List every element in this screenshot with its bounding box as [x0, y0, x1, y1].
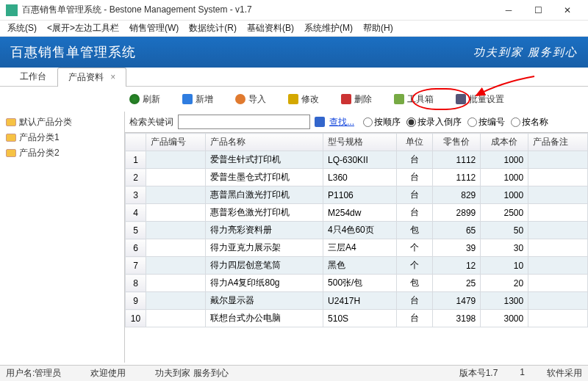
batch-button[interactable]: 批量设置 — [451, 91, 509, 108]
radio-by-name[interactable]: 按名称 — [511, 116, 548, 128]
batch-icon — [456, 94, 466, 104]
edit-button[interactable]: 修改 — [284, 91, 323, 108]
close-button[interactable]: ✕ — [553, 1, 582, 19]
menu-system[interactable]: 系统(S) — [3, 21, 41, 36]
cell-rownum: 2 — [126, 169, 146, 186]
category-tree: 默认产品分类 产品分类1 产品分类2 — [0, 112, 125, 363]
table-row[interactable]: 10联想台式办公电脑510S台31983000 — [126, 310, 588, 327]
col-name[interactable]: 产品名称 — [205, 134, 323, 151]
table-row[interactable]: 5得力亮彩资料册4只4色60页包6550 — [126, 222, 588, 239]
toolbar: 刷新 新增 导入 修改 删除 工具箱 批量设置 — [0, 87, 588, 112]
cell-cost: 2500 — [481, 204, 528, 222]
status-count-label: 软件采用 — [547, 367, 582, 380]
add-button[interactable]: 新增 — [178, 91, 218, 108]
import-button[interactable]: 导入 — [231, 91, 270, 108]
cell-remark — [528, 186, 588, 204]
delete-button[interactable]: 删除 — [337, 91, 376, 108]
toolbox-icon — [394, 94, 404, 104]
cell-unit: 包 — [397, 275, 433, 292]
cell-name: 得力亮彩资料册 — [205, 222, 323, 239]
cell-unit: 台 — [397, 204, 433, 222]
find-link[interactable]: 查找... — [329, 116, 354, 128]
cell-remark — [528, 292, 588, 310]
cell-spec: 黑色 — [323, 257, 397, 275]
table-row[interactable]: 8得力A4复印纸80g500张/包包2520 — [126, 275, 588, 292]
cell-code — [146, 222, 206, 239]
tree-item-cat2[interactable]: 产品分类2 — [3, 145, 121, 161]
col-rownum[interactable] — [126, 134, 146, 151]
table-row[interactable]: 2爱普生墨仓式打印机L360台11121000 — [126, 169, 588, 186]
cell-price: 1112 — [433, 151, 481, 169]
col-code[interactable]: 产品编号 — [146, 134, 206, 151]
app-banner: 百惠销售单管理系统 功夫到家 服务到心 — [0, 37, 588, 68]
product-table-wrap[interactable]: 产品编号 产品名称 型号规格 单位 零售价 成本价 产品备注 1爱普生针式打印机… — [125, 132, 588, 363]
cell-cost: 50 — [481, 222, 528, 239]
cell-code — [146, 204, 206, 222]
tree-item-default[interactable]: 默认产品分类 — [3, 115, 121, 130]
table-row[interactable]: 9戴尔显示器U2417H台14791300 — [126, 292, 588, 310]
tree-item-cat1[interactable]: 产品分类1 — [3, 130, 121, 145]
cell-remark — [528, 275, 588, 292]
cell-code — [146, 310, 206, 327]
menu-basedata[interactable]: 基础资料(B) — [243, 21, 298, 36]
plus-icon — [182, 94, 193, 104]
minimize-button[interactable]: ─ — [494, 1, 523, 19]
radio-entry-desc[interactable]: 按录入倒序 — [406, 116, 462, 128]
cell-remark — [528, 169, 588, 186]
cell-unit: 个 — [397, 239, 433, 257]
menu-expand-left[interactable]: <展开>左边工具栏 — [43, 21, 123, 36]
cell-cost: 20 — [481, 275, 528, 292]
cell-cost: 30 — [481, 239, 528, 257]
col-price[interactable]: 零售价 — [433, 134, 481, 151]
search-icon — [315, 117, 325, 127]
table-row[interactable]: 1爱普生针式打印机LQ-630KII台11121000 — [126, 151, 588, 169]
col-remark[interactable]: 产品备注 — [528, 134, 588, 151]
cell-price: 39 — [433, 239, 481, 257]
cell-name: 戴尔显示器 — [205, 292, 323, 310]
cell-price: 1479 — [433, 292, 481, 310]
table-row[interactable]: 3惠普黑白激光打印机P1106台8291000 — [126, 186, 588, 204]
cell-price: 2899 — [433, 204, 481, 222]
maximize-button[interactable]: ☐ — [523, 1, 553, 19]
col-cost[interactable]: 成本价 — [481, 134, 528, 151]
table-row[interactable]: 7得力四层创意笔筒黑色个1210 — [126, 257, 588, 275]
cell-spec: LQ-630KII — [323, 151, 397, 169]
cell-rownum: 6 — [126, 239, 146, 257]
table-row[interactable]: 6得力亚克力展示架三层A4个3930 — [126, 239, 588, 257]
tools-button[interactable]: 工具箱 — [390, 91, 438, 108]
menu-help[interactable]: 帮助(H) — [359, 21, 398, 36]
cell-spec: P1106 — [323, 186, 397, 204]
tab-close-icon[interactable]: × — [110, 72, 115, 82]
col-spec[interactable]: 型号规格 — [323, 134, 397, 151]
radio-by-code[interactable]: 按编号 — [467, 116, 505, 128]
cell-name: 爱普生针式打印机 — [205, 151, 323, 169]
delete-icon — [341, 94, 351, 104]
refresh-icon — [129, 94, 140, 104]
table-header-row: 产品编号 产品名称 型号规格 单位 零售价 成本价 产品备注 — [126, 134, 588, 151]
search-label: 检索关键词 — [129, 116, 173, 128]
cell-cost: 10 — [481, 257, 528, 275]
cell-spec: 三层A4 — [323, 239, 397, 257]
tab-label: 产品资料 — [68, 72, 104, 82]
menu-maintain[interactable]: 系统维护(M) — [300, 21, 357, 36]
menu-sales[interactable]: 销售管理(W) — [125, 21, 183, 36]
tab-label: 工作台 — [20, 71, 46, 81]
cell-code — [146, 257, 206, 275]
cell-remark — [528, 151, 588, 169]
cell-unit: 包 — [397, 222, 433, 239]
cell-rownum: 3 — [126, 186, 146, 204]
tab-product-data[interactable]: 产品资料 × — [57, 68, 126, 87]
col-unit[interactable]: 单位 — [397, 134, 433, 151]
cell-unit: 台 — [397, 292, 433, 310]
tab-workbench[interactable]: 工作台 — [9, 67, 57, 86]
status-bar: 用户名:管理员 欢迎使用 功夫到家 服务到心 版本号1.7 1 软件采用 — [0, 365, 588, 381]
radio-asc[interactable]: 按顺序 — [363, 116, 401, 128]
status-version: 版本号1.7 — [459, 367, 498, 380]
search-input[interactable] — [178, 115, 310, 129]
cell-remark — [528, 310, 588, 327]
table-row[interactable]: 4惠普彩色激光打印机M254dw台28992500 — [126, 204, 588, 222]
menu-stats[interactable]: 数据统计(R) — [184, 21, 241, 36]
cell-cost: 1000 — [481, 151, 528, 169]
refresh-button[interactable]: 刷新 — [125, 91, 165, 108]
cell-remark — [528, 204, 588, 222]
